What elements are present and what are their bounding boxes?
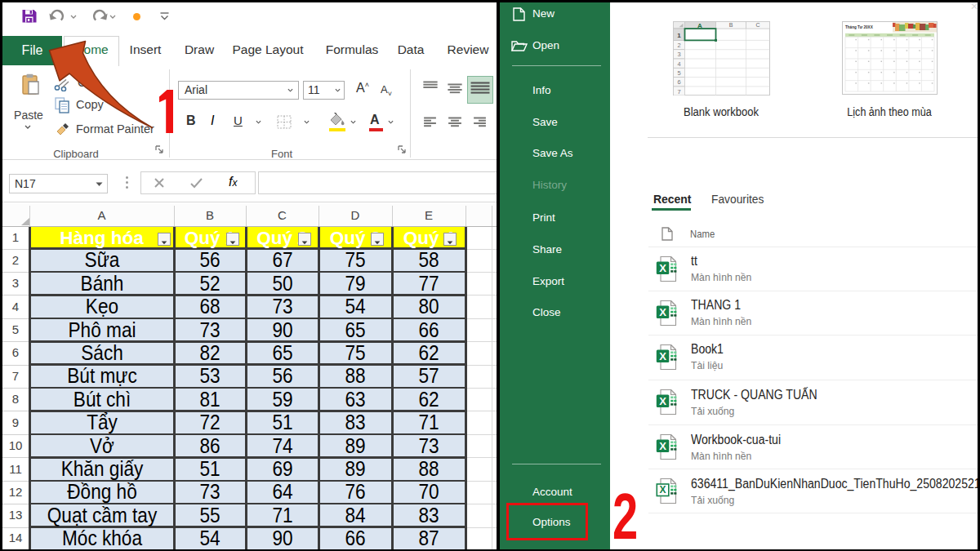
svg-text:B: B bbox=[728, 22, 733, 28]
svg-text:X: X bbox=[659, 349, 666, 362]
svg-text:3: 3 bbox=[677, 51, 680, 58]
svg-text:Tháng Tư 20XX: Tháng Tư 20XX bbox=[845, 25, 874, 29]
svg-text:1: 1 bbox=[677, 32, 681, 39]
svg-text:C: C bbox=[755, 22, 760, 28]
svg-text:A: A bbox=[697, 22, 702, 29]
svg-text:X: X bbox=[659, 305, 666, 318]
svg-text:6: 6 bbox=[677, 78, 680, 86]
svg-text:5: 5 bbox=[677, 69, 680, 77]
svg-text:2: 2 bbox=[677, 42, 680, 49]
svg-text:X: X bbox=[659, 262, 666, 274]
svg-text:7: 7 bbox=[677, 88, 680, 96]
svg-text:X: X bbox=[659, 484, 666, 495]
svg-text:X: X bbox=[659, 395, 666, 407]
svg-text:X: X bbox=[659, 440, 666, 452]
svg-text:4: 4 bbox=[677, 60, 680, 68]
